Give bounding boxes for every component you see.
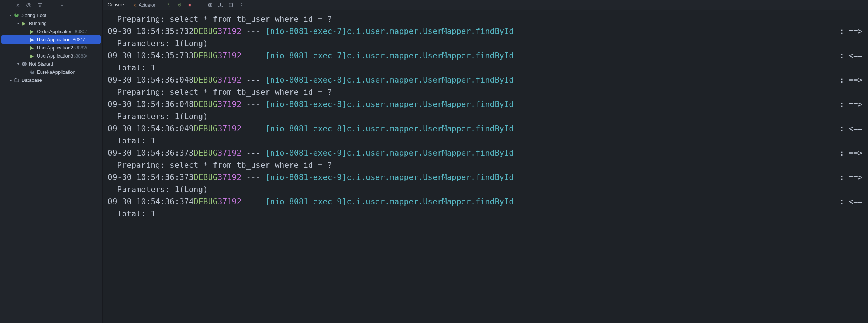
log-pid: 37192 [218,196,242,208]
gear-icon [21,62,27,66]
log-colon: : [837,25,847,38]
log-level: DEBUG [194,123,218,135]
log-continuation: Total: 1 [108,62,863,74]
settings-icon[interactable] [228,3,234,8]
log-continuation: Preparing: select * from tb_user where i… [108,13,863,25]
log-continuation: Parameters: 1(Long) [108,111,863,123]
log-line: 09-30 10:54:36:049 DEBUG 37192 --- [nio-… [108,123,863,135]
log-line: 09-30 10:54:36:048 DEBUG 37192 --- [nio-… [108,74,863,86]
tree-app-user2[interactable]: ▶ UserApplication2 :8082/ [0,44,102,52]
svg-point-2 [23,63,24,64]
log-colon: : [837,147,847,159]
log-timestamp: 09-30 10:54:36:049 [108,123,194,135]
tree-label: UserApplication2 [37,45,73,51]
log-arrow: ==> [847,25,863,38]
log-timestamp: 09-30 10:54:36:048 [108,98,194,111]
tree-label: UserApplication [37,37,70,42]
log-logger: c.i.user.mapper.UserMapper.findById [347,50,514,62]
spring-icon [29,70,35,74]
filter-icon[interactable] [37,2,43,8]
log-logger: c.i.user.mapper.UserMapper.findById [347,123,514,135]
log-dash: --- [241,196,265,208]
log-continuation: Parameters: 1(Long) [108,184,863,196]
eye-icon[interactable] [26,2,32,8]
log-arrow: ==> [847,98,863,111]
tree-spring-boot[interactable]: ▾ Spring Boot [0,11,102,19]
log-level: DEBUG [194,98,218,111]
log-level: DEBUG [194,171,218,184]
log-timestamp: 09-30 10:54:36:048 [108,74,194,86]
log-colon: : [837,123,847,135]
tree-app-order[interactable]: ▶ OrderApplication :8080/ [0,27,102,35]
log-timestamp: 09-30 10:54:36:373 [108,171,194,184]
rerun-failed-icon[interactable]: ↺ [177,3,182,8]
log-dash: --- [241,147,265,159]
log-thread: [nio-8081-exec-8] [265,123,347,135]
svg-marker-1 [38,4,42,7]
log-line: 09-30 10:54:36:373 DEBUG 37192 --- [nio-… [108,147,863,159]
port-label: :8083/ [74,53,87,59]
add-icon[interactable]: ＋ [59,2,65,8]
log-continuation: Parameters: 1(Long) [108,38,863,50]
tree-label: UserApplication3 [37,53,73,59]
collapse-icon[interactable]: — [4,2,10,8]
tree-database[interactable]: ▸ Database [0,76,102,84]
rerun-icon[interactable]: ↻ [166,3,172,8]
screenshot-icon[interactable] [208,3,213,8]
log-colon: : [837,74,847,86]
log-pid: 37192 [218,98,242,111]
log-colon: : [837,50,847,62]
tree-label: Not Started [29,61,53,67]
log-arrow: <== [847,196,863,208]
stop-icon[interactable]: ■ [187,3,192,8]
tree-app-user3[interactable]: ▶ UserApplication3 :8083/ [0,52,102,60]
log-logger: c.i.user.mapper.UserMapper.findById [347,171,514,184]
sidebar: — ✕ | ＋ ▾ Spring Boot ▾ ▶ Running ▶ Orde… [0,0,103,323]
tree-running[interactable]: ▾ ▶ Running [0,19,102,27]
log-level: DEBUG [194,50,218,62]
log-timestamp: 09-30 10:54:35:733 [108,50,194,62]
close-panel-icon[interactable]: ✕ [15,2,21,8]
tree-not-started[interactable]: ▾ Not Started [0,60,102,68]
log-arrow: <== [847,50,863,62]
export-icon[interactable] [218,3,223,8]
log-level: DEBUG [194,147,218,159]
log-dash: --- [241,123,265,135]
log-colon: : [837,98,847,111]
tab-actuator[interactable]: ⟲Actuator [132,0,157,10]
log-pid: 37192 [218,50,242,62]
play-icon: ▶ [29,37,35,42]
tree-app-eureka[interactable]: EurekaApplication [0,68,102,76]
log-line: 09-30 10:54:36:048 DEBUG 37192 --- [nio-… [108,98,863,111]
log-arrow: <== [847,123,863,135]
tree-app-user[interactable]: ▶ UserApplication :8081/ [1,35,101,44]
log-arrow: ==> [847,74,863,86]
tree-label: OrderApplication [37,29,73,34]
log-timestamp: 09-30 10:54:35:732 [108,25,194,38]
log-level: DEBUG [194,74,218,86]
log-timestamp: 09-30 10:54:36:374 [108,196,194,208]
log-logger: c.i.user.mapper.UserMapper.findById [347,147,514,159]
log-colon: : [837,196,847,208]
log-continuation: Total: 1 [108,135,863,147]
log-thread: [nio-8081-exec-8] [265,74,347,86]
chevron-down-icon: ▾ [16,62,21,66]
log-dash: --- [241,50,265,62]
chevron-right-icon: ▸ [8,78,13,82]
tab-console[interactable]: Console [106,0,125,10]
port-label: :8080/ [73,29,87,34]
tree-label: Spring Boot [21,13,46,18]
log-pid: 37192 [218,123,242,135]
log-pid: 37192 [218,25,242,38]
more-icon[interactable]: ⋮ [239,3,244,8]
svg-point-4 [210,4,211,6]
svg-point-0 [28,4,30,6]
console-output[interactable]: Preparing: select * from tb_user where i… [103,10,868,323]
log-thread: [nio-8081-exec-9] [265,147,347,159]
chevron-down-icon: ▾ [16,21,21,25]
log-dash: --- [241,25,265,38]
play-icon: ▶ [29,29,35,34]
log-logger: c.i.user.mapper.UserMapper.findById [347,74,514,86]
log-pid: 37192 [218,171,242,184]
log-line: 09-30 10:54:36:374 DEBUG 37192 --- [nio-… [108,196,863,208]
